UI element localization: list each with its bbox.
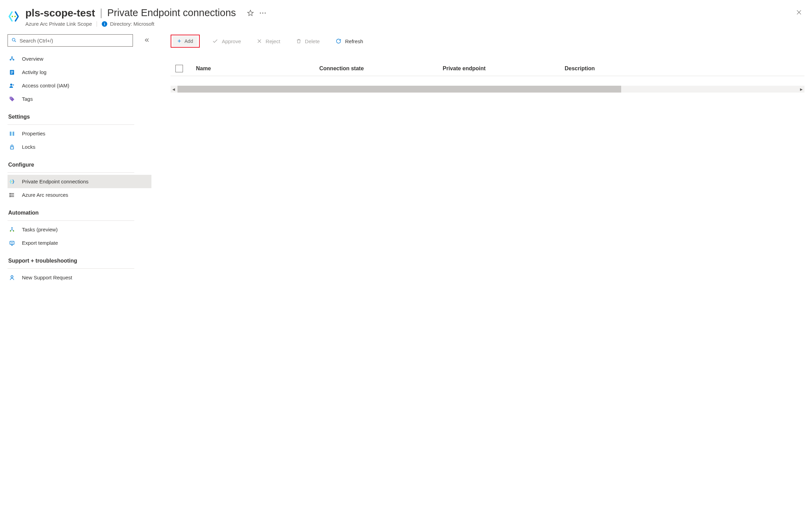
- main-pane: + Add Approve Reject Delete: [151, 34, 804, 284]
- select-all-cell: [175, 65, 196, 72]
- select-all-checkbox[interactable]: [175, 65, 183, 72]
- sidebar-item-label: Activity log: [22, 69, 47, 75]
- sidebar-search-input[interactable]: [20, 38, 129, 44]
- column-header-connection-state[interactable]: Connection state: [319, 65, 443, 72]
- sidebar-item-label: Properties: [22, 131, 45, 136]
- svg-point-0: [12, 16, 13, 17]
- sidebar-item-access-control[interactable]: Access control (IAM): [8, 79, 151, 92]
- close-blade-button[interactable]: [793, 7, 804, 19]
- sidebar-item-new-support-request[interactable]: New Support Request: [8, 271, 151, 284]
- x-icon: [257, 38, 262, 44]
- add-button-highlight: + Add: [171, 35, 200, 48]
- svg-rect-35: [13, 230, 14, 231]
- svg-rect-33: [12, 227, 13, 228]
- add-button[interactable]: + Add: [173, 36, 198, 46]
- sidebar-group-configure: Configure: [8, 154, 151, 171]
- sidebar-item-label: Overview: [22, 56, 44, 62]
- tasks-icon: [8, 227, 16, 233]
- export-template-icon: [8, 240, 16, 246]
- approve-label: Approve: [222, 38, 241, 44]
- svg-point-30: [10, 193, 10, 194]
- refresh-button[interactable]: Refresh: [332, 36, 367, 46]
- sidebar-item-activity-log[interactable]: Activity log: [8, 65, 151, 79]
- svg-point-6: [12, 38, 15, 41]
- trash-icon: [296, 38, 302, 44]
- more-actions-icon[interactable]: [259, 12, 266, 14]
- directory-text: Directory: Microsoft: [110, 21, 154, 27]
- column-header-description[interactable]: Description: [565, 65, 804, 72]
- sidebar-item-label: Export template: [22, 240, 58, 246]
- sidebar-item-overview[interactable]: Overview: [8, 52, 151, 65]
- sidebar-item-tags[interactable]: Tags: [8, 92, 151, 106]
- svg-point-32: [10, 196, 10, 197]
- sidebar: Overview Activity log Access control (IA…: [8, 34, 151, 284]
- sidebar-item-label: Tags: [22, 96, 33, 102]
- page-title: Private Endpoint connections: [107, 7, 236, 19]
- svg-rect-23: [13, 132, 14, 136]
- svg-line-13: [12, 59, 14, 59]
- sidebar-item-private-endpoint-connections[interactable]: Private Endpoint connections: [8, 175, 151, 188]
- column-header-name[interactable]: Name: [196, 65, 319, 72]
- overview-icon: [8, 56, 16, 62]
- sidebar-item-label: Azure Arc resources: [22, 192, 68, 198]
- sidebar-item-export-template[interactable]: Export template: [8, 236, 151, 250]
- svg-point-18: [10, 84, 12, 86]
- svg-point-3: [260, 12, 261, 13]
- private-endpoint-icon: [8, 179, 16, 185]
- approve-button[interactable]: Approve: [209, 36, 244, 46]
- collapse-sidebar-button[interactable]: [143, 36, 151, 46]
- header-divider: [97, 21, 97, 27]
- svg-point-8: [12, 57, 13, 58]
- sidebar-item-label: Access control (IAM): [22, 83, 69, 88]
- svg-rect-15: [11, 71, 13, 72]
- svg-rect-17: [11, 73, 12, 74]
- svg-point-26: [12, 181, 13, 182]
- svg-rect-22: [12, 132, 12, 136]
- svg-rect-16: [11, 72, 13, 73]
- refresh-label: Refresh: [345, 38, 363, 44]
- svg-point-10: [10, 59, 11, 60]
- sidebar-item-properties[interactable]: Properties: [8, 127, 151, 140]
- sidebar-item-locks[interactable]: Locks: [8, 140, 151, 154]
- title-separator: |: [100, 7, 102, 19]
- arc-resources-icon: [8, 192, 16, 198]
- table-header-row: Name Connection state Private endpoint D…: [171, 61, 804, 76]
- access-control-icon: [8, 83, 16, 89]
- sidebar-item-tasks[interactable]: Tasks (preview): [8, 223, 151, 236]
- reject-button[interactable]: Reject: [253, 36, 284, 46]
- info-icon[interactable]: i: [102, 21, 107, 27]
- svg-point-5: [264, 12, 266, 13]
- properties-icon: [8, 131, 16, 137]
- locks-icon: [8, 144, 16, 150]
- svg-line-37: [11, 230, 12, 230]
- sidebar-group-support: Support + troubleshooting: [8, 250, 151, 267]
- delete-button[interactable]: Delete: [293, 36, 323, 46]
- resource-type-label: Azure Arc Private Link Scope: [25, 21, 92, 27]
- horizontal-scrollbar[interactable]: ◀ ▶: [171, 86, 804, 93]
- svg-rect-21: [10, 132, 11, 136]
- resource-type-icon: [8, 7, 25, 24]
- svg-point-4: [262, 12, 263, 13]
- favorite-star-icon[interactable]: [247, 10, 254, 16]
- command-bar: + Add Approve Reject Delete: [171, 34, 804, 48]
- sidebar-item-azure-arc-resources[interactable]: Azure Arc resources: [8, 188, 151, 202]
- svg-point-1: [14, 16, 16, 17]
- svg-point-19: [13, 84, 14, 86]
- svg-line-12: [11, 59, 12, 59]
- column-header-private-endpoint[interactable]: Private endpoint: [443, 65, 565, 72]
- svg-point-31: [10, 195, 10, 195]
- tags-icon: [8, 96, 16, 102]
- scroll-right-arrow[interactable]: ▶: [798, 86, 804, 93]
- sidebar-group-settings: Settings: [8, 106, 151, 123]
- reject-label: Reject: [266, 38, 280, 44]
- scrollbar-thumb[interactable]: [177, 86, 621, 93]
- activity-log-icon: [8, 69, 16, 75]
- support-icon: [8, 275, 16, 281]
- svg-rect-34: [10, 230, 11, 231]
- sidebar-search-box[interactable]: [8, 34, 133, 47]
- directory-label: i Directory: Microsoft: [102, 21, 154, 27]
- svg-point-11: [13, 59, 14, 60]
- sidebar-item-label: Locks: [22, 144, 35, 150]
- search-icon: [11, 37, 17, 44]
- resource-name: pls-scope-test: [25, 7, 95, 19]
